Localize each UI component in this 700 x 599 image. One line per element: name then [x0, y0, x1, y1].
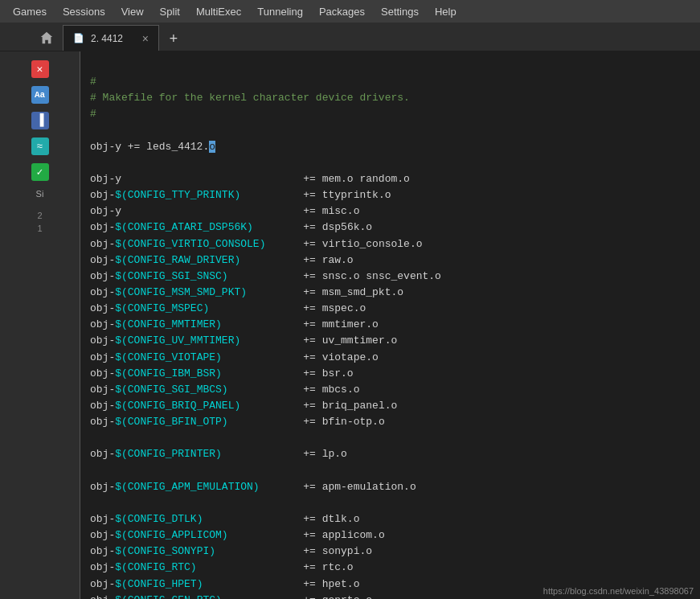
sidebar-number-1: 1: [37, 224, 42, 233]
sidebar-aa[interactable]: Aa: [27, 84, 54, 106]
sidebar: ✕ Aa ▐ ≈ ✓ Si 2 1: [0, 51, 80, 599]
menu-split[interactable]: Split: [154, 4, 186, 19]
sidebar-number-2: 2: [37, 211, 42, 220]
tabbar: 📄 2. 4412 × +: [0, 23, 700, 51]
menu-settings[interactable]: Settings: [375, 4, 425, 19]
active-tab[interactable]: 📄 2. 4412 ×: [63, 25, 159, 51]
home-icon: [39, 31, 54, 45]
menu-games[interactable]: Games: [6, 4, 53, 19]
menu-tunneling[interactable]: Tunneling: [251, 4, 309, 19]
tab-close-button[interactable]: ×: [142, 32, 149, 45]
workspace: ✕ Aa ▐ ≈ ✓ Si 2 1 # # Makefile for the k…: [0, 51, 700, 599]
sidebar-wave[interactable]: ≈: [27, 135, 54, 158]
home-tab[interactable]: [32, 25, 61, 51]
menu-sessions[interactable]: Sessions: [56, 4, 112, 19]
menu-help[interactable]: Help: [428, 4, 463, 19]
watermark: https://blog.csdn.net/weixin_43898067: [543, 586, 694, 596]
menu-view[interactable]: View: [115, 4, 150, 19]
close-icon: ✕: [31, 60, 49, 78]
sidebar-check[interactable]: ✓: [27, 161, 54, 183]
wave-icon: ≈: [31, 137, 49, 155]
menu-multiexec[interactable]: MultiExec: [190, 4, 248, 19]
menu-packages[interactable]: Packages: [313, 4, 371, 19]
sidebar-si-label: Si: [36, 189, 44, 199]
menubar: Games Sessions View Split MultiExec Tunn…: [0, 0, 700, 23]
aa-icon: Aa: [31, 86, 49, 104]
tab-file-icon: 📄: [73, 33, 84, 43]
sidebar-split[interactable]: ▐: [27, 109, 54, 132]
code-content: # # Makefile for the kernel character de…: [80, 51, 700, 599]
split-icon: ▐: [31, 112, 49, 129]
sidebar-si[interactable]: Si: [31, 187, 49, 201]
tab-label: 2. 4412: [91, 33, 123, 44]
new-tab-button[interactable]: +: [162, 28, 185, 51]
check-icon: ✓: [31, 163, 49, 181]
sidebar-close[interactable]: ✕: [27, 58, 54, 80]
code-area[interactable]: # # Makefile for the kernel character de…: [80, 51, 700, 599]
